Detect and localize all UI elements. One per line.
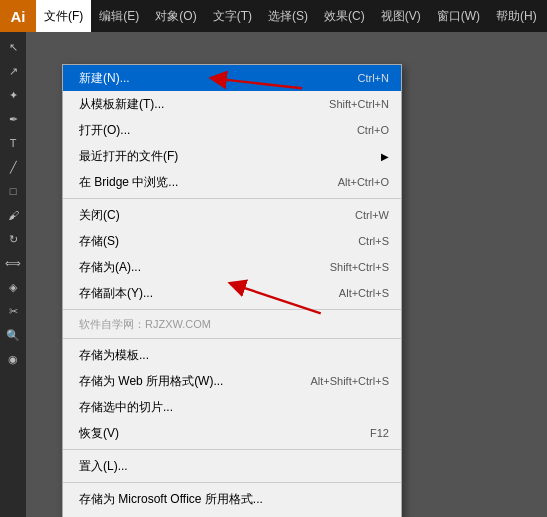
main-area: ↖ ↗ ✦ ✒ T ╱ □ 🖌 ↻ ⟺ ◈ ✂ 🔍 ◉ 新建(N)... Ctr… — [0, 32, 547, 517]
menu-edit[interactable]: 编辑(E) — [91, 0, 147, 32]
menu-item-revert[interactable]: 恢复(V) F12 — [63, 420, 401, 446]
menu-item-place[interactable]: 置入(L)... — [63, 453, 401, 479]
menu-window[interactable]: 窗口(W) — [429, 0, 488, 32]
menu-bar: 文件(F) 编辑(E) 对象(O) 文字(T) 选择(S) 效果(C) 视图(V… — [36, 0, 547, 32]
menu-item-close[interactable]: 关闭(C) Ctrl+W — [63, 202, 401, 228]
separator-4 — [63, 449, 401, 450]
ai-logo: Ai — [0, 0, 36, 32]
menu-file[interactable]: 文件(F) — [36, 0, 91, 32]
tool-select[interactable]: ↖ — [2, 36, 24, 58]
menu-item-export[interactable]: 导出(E)... — [63, 512, 401, 517]
menu-effect[interactable]: 效果(C) — [316, 0, 373, 32]
separator-3 — [63, 338, 401, 339]
tool-paintbrush[interactable]: 🖌 — [2, 204, 24, 226]
menu-item-new-from-template[interactable]: 从模板新建(T)... Shift+Ctrl+N — [63, 91, 401, 117]
file-dropdown-menu: 新建(N)... Ctrl+N 从模板新建(T)... Shift+Ctrl+N… — [62, 64, 402, 517]
menu-help[interactable]: 帮助(H) — [488, 0, 545, 32]
menu-item-save-copy[interactable]: 存储副本(Y)... Alt+Ctrl+S — [63, 280, 401, 306]
tool-fill[interactable]: ◉ — [2, 348, 24, 370]
tool-blend[interactable]: ◈ — [2, 276, 24, 298]
menu-item-new[interactable]: 新建(N)... Ctrl+N — [63, 65, 401, 91]
separator-5 — [63, 482, 401, 483]
tool-text[interactable]: T — [2, 132, 24, 154]
menu-item-open[interactable]: 打开(O)... Ctrl+O — [63, 117, 401, 143]
menu-item-save-as[interactable]: 存储为(A)... Shift+Ctrl+S — [63, 254, 401, 280]
menu-item-save-web[interactable]: 存储为 Web 所用格式(W)... Alt+Shift+Ctrl+S — [63, 368, 401, 394]
menu-item-bridge[interactable]: 在 Bridge 中浏览... Alt+Ctrl+O — [63, 169, 401, 195]
left-toolbar: ↖ ↗ ✦ ✒ T ╱ □ 🖌 ↻ ⟺ ◈ ✂ 🔍 ◉ — [0, 32, 26, 517]
tool-pen[interactable]: ✒ — [2, 108, 24, 130]
menu-text[interactable]: 文字(T) — [205, 0, 260, 32]
menu-item-save-slices[interactable]: 存储选中的切片... — [63, 394, 401, 420]
menu-item-save-template[interactable]: 存储为模板... — [63, 342, 401, 368]
tool-rect[interactable]: □ — [2, 180, 24, 202]
canvas-area: 新建(N)... Ctrl+N 从模板新建(T)... Shift+Ctrl+N… — [26, 32, 547, 517]
separator-1 — [63, 198, 401, 199]
menu-item-save[interactable]: 存储(S) Ctrl+S — [63, 228, 401, 254]
menu-item-save-office[interactable]: 存储为 Microsoft Office 所用格式... — [63, 486, 401, 512]
tool-mirror[interactable]: ⟺ — [2, 252, 24, 274]
menu-object[interactable]: 对象(O) — [147, 0, 204, 32]
title-bar: Ai 文件(F) 编辑(E) 对象(O) 文字(T) 选择(S) 效果(C) 视… — [0, 0, 547, 32]
tool-zoom[interactable]: 🔍 — [2, 324, 24, 346]
tool-magic-wand[interactable]: ✦ — [2, 84, 24, 106]
menu-view[interactable]: 视图(V) — [373, 0, 429, 32]
menu-item-recent[interactable]: 最近打开的文件(F) ▶ — [63, 143, 401, 169]
menu-select[interactable]: 选择(S) — [260, 0, 316, 32]
tool-cut[interactable]: ✂ — [2, 300, 24, 322]
separator-2 — [63, 309, 401, 310]
tool-line[interactable]: ╱ — [2, 156, 24, 178]
tool-direct-select[interactable]: ↗ — [2, 60, 24, 82]
watermark-row: 软件自学网：RJZXW.COM — [63, 313, 401, 335]
tool-rotate[interactable]: ↻ — [2, 228, 24, 250]
